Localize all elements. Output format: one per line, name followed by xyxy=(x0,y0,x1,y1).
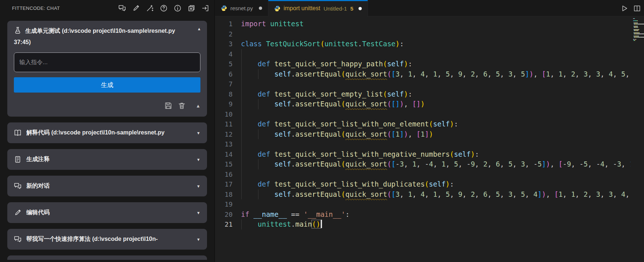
tab-dirty-dot[interactable] xyxy=(259,7,262,10)
run-icon[interactable] xyxy=(621,5,628,12)
code-line[interactable]: 13 xyxy=(215,139,644,149)
card-header[interactable]: 生成单元测试 (d:\vscode project\l10n-sample\re… xyxy=(14,25,200,48)
line-number: 17 xyxy=(215,179,233,189)
minimap-line xyxy=(633,25,643,26)
code-token xyxy=(241,220,258,228)
code-token: . xyxy=(291,70,295,78)
code-token: - xyxy=(467,160,471,168)
code-token: ) xyxy=(404,90,408,98)
python-icon xyxy=(221,5,227,11)
code-token: 2 xyxy=(571,70,575,78)
code-token xyxy=(262,40,266,48)
code-line[interactable]: 4 xyxy=(215,49,644,59)
code-token: , xyxy=(613,190,621,198)
code-token: self xyxy=(387,60,404,68)
chat-card-1[interactable]: 解释代码 (d:\vscode project\l10n-sample\resn… xyxy=(7,122,207,143)
code-line[interactable]: 21 unittest.main() xyxy=(215,219,644,230)
code-line[interactable]: 10 xyxy=(215,109,644,120)
code-line[interactable]: 6 self.assertEqual(quick_sort([3, 1, 4, … xyxy=(215,69,644,79)
code-token: : xyxy=(345,210,349,218)
code-line[interactable]: 2 xyxy=(215,29,644,39)
save-icon[interactable] xyxy=(164,102,172,110)
code-token: , xyxy=(463,190,471,198)
line-number: 19 xyxy=(215,199,233,210)
code-token xyxy=(241,60,258,68)
sidebar-title-actions xyxy=(118,0,209,16)
card-title: 帮我写一个快速排序算法 (d:\vscode project\l10n- xyxy=(26,235,192,243)
open-editor-icon[interactable] xyxy=(202,4,209,12)
code-line[interactable]: 9 self.assertEqual(quick_sort([]), []) xyxy=(215,99,644,109)
code-token: , xyxy=(563,190,571,198)
code-token: , xyxy=(487,160,496,168)
tab-dirty-dot[interactable] xyxy=(359,7,362,10)
chat-card-5[interactable]: 帮我写一个快速排序算法 (d:\vscode project\l10n-▼ xyxy=(7,229,207,250)
line-number: 16 xyxy=(215,169,233,180)
code-line[interactable]: 1import unittest xyxy=(215,19,644,29)
generate-button[interactable]: 生成 xyxy=(14,77,200,93)
code-token: , xyxy=(446,160,454,168)
wand-icon[interactable] xyxy=(146,4,154,12)
code-line[interactable]: 19 xyxy=(215,199,644,210)
chat-card-2[interactable]: 生成注释▼ xyxy=(7,149,207,170)
chevron-down-icon[interactable]: ▼ xyxy=(196,184,200,188)
code-editor[interactable]: 1import unittest23class TestQuickSort(un… xyxy=(215,16,644,262)
code-line[interactable]: 14 def test_quick_sort_list_with_negativ… xyxy=(215,149,644,160)
code-line[interactable]: 5 def test_quick_sort_happy_path(self): xyxy=(215,59,644,69)
code-line[interactable]: 15 self.assertEqual(quick_sort([-3, 1, -… xyxy=(215,159,644,169)
line-number: 4 xyxy=(215,49,233,59)
code-token: __name__ xyxy=(253,210,287,218)
code-token: [ xyxy=(391,70,395,78)
code-line[interactable]: 3class TestQuickSort(unittest.TestCase): xyxy=(215,39,644,49)
chevron-down-icon[interactable]: ▼ xyxy=(196,157,200,162)
code-token: , xyxy=(588,160,596,168)
trash-icon[interactable] xyxy=(178,102,186,110)
code-token: if xyxy=(241,210,249,218)
code-line[interactable]: 18 self.assertEqual(quick_sort([3, 1, 4,… xyxy=(215,189,644,200)
code-token: - xyxy=(563,160,567,168)
clear-all-icon[interactable] xyxy=(188,4,195,12)
chevron-up-icon[interactable]: ▲ xyxy=(196,103,200,109)
line-number: 12 xyxy=(215,129,233,140)
chat-card-4[interactable]: 编辑代码▼ xyxy=(7,202,207,223)
code-line[interactable]: 16 xyxy=(215,169,644,180)
code-token: - xyxy=(596,160,600,168)
code-token: : xyxy=(454,120,458,128)
question-icon[interactable] xyxy=(160,4,168,12)
code-token: [ xyxy=(542,70,546,78)
split-editor-icon[interactable] xyxy=(633,5,641,12)
code-token: ( xyxy=(387,160,391,168)
chat-card-3[interactable]: 新的对话▼ xyxy=(7,176,207,196)
info-icon[interactable] xyxy=(174,4,181,12)
book-icon xyxy=(14,129,22,137)
code-token: ) xyxy=(395,40,399,48)
code-token: 4 xyxy=(609,70,613,78)
tab-resnet.py[interactable]: resnet.py xyxy=(215,0,268,16)
edit-icon[interactable] xyxy=(132,4,140,12)
line-number: 11 xyxy=(215,119,233,129)
chat-card-partial[interactable] xyxy=(7,255,207,260)
code-token: , xyxy=(621,160,630,168)
code-line[interactable]: 7 xyxy=(215,79,644,89)
tab-import-unittest[interactable]: import unittestUntitled-15 xyxy=(268,0,368,17)
code-token: , xyxy=(563,70,571,78)
code-line[interactable]: 17 def test_quick_sort_list_with_duplica… xyxy=(215,179,644,189)
chevron-up-icon[interactable]: ▲ xyxy=(197,27,201,31)
beaker-icon xyxy=(14,27,22,34)
command-input[interactable]: 输入指令... xyxy=(14,52,200,72)
minimap[interactable] xyxy=(630,16,644,262)
code-token: - xyxy=(533,160,537,168)
minimap-line xyxy=(633,24,643,24)
comment-discussion-icon[interactable] xyxy=(118,4,126,12)
card-title: 生成注释 xyxy=(26,156,192,163)
chevron-down-icon[interactable]: ▼ xyxy=(196,131,200,135)
chevron-down-icon[interactable]: ▼ xyxy=(196,237,200,242)
code-token xyxy=(241,120,258,128)
code-line[interactable]: 12 self.assertEqual(quick_sort([1]), [1]… xyxy=(215,129,644,140)
code-token: ) xyxy=(542,190,546,198)
code-token: [ xyxy=(417,130,421,138)
code-token: - xyxy=(613,160,617,168)
chevron-down-icon[interactable]: ▼ xyxy=(196,211,200,215)
code-line[interactable]: 20if __name__ == '__main__': xyxy=(215,210,644,220)
code-line[interactable]: 8 def test_quick_sort_empty_list(self): xyxy=(215,89,644,99)
code-line[interactable]: 11 def test_quick_sort_list_with_one_ele… xyxy=(215,119,644,129)
